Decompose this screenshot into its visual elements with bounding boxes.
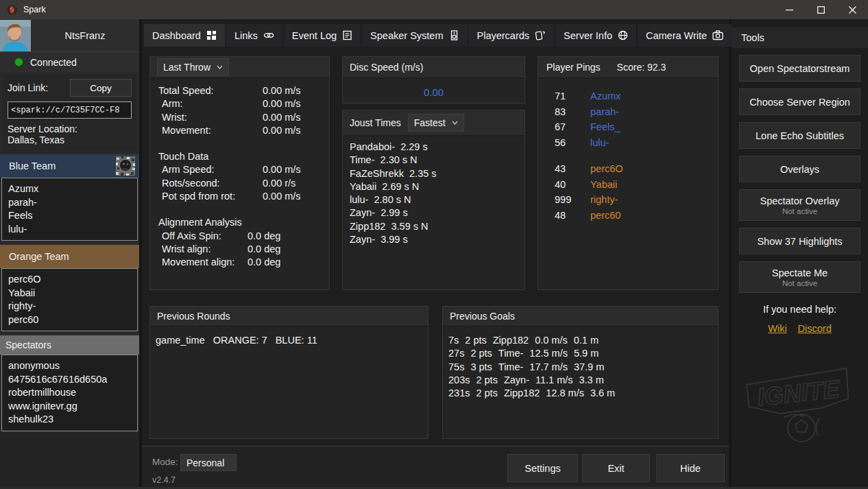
orange-team-list: perc6O Yabaii righty- perc60: [1, 268, 138, 331]
spark-app-icon: [6, 4, 18, 16]
spectator-overlay-button[interactable]: Spectator Overlay Not active: [739, 189, 860, 221]
ping-row: 83parah-: [555, 104, 718, 120]
chevron-down-icon: [217, 65, 223, 69]
spectate-me-status: Not active: [782, 279, 817, 287]
joust-row: FaZeShrekk 2.35 s: [350, 167, 518, 180]
tab-server-info[interactable]: Server Info: [555, 24, 636, 47]
orange-team-title: Orange Team: [9, 251, 69, 262]
previous-rounds-title: Previous Rounds: [157, 311, 230, 322]
score-value: Score: 92.3: [617, 62, 666, 73]
ping-row: 56lulu-: [555, 135, 718, 151]
lone-echo-subtitles-button[interactable]: Lone Echo Subtitles: [739, 122, 860, 149]
spectate-me-button[interactable]: Spectate Me Not active: [739, 261, 860, 293]
dashboard-icon: [206, 30, 217, 40]
overlays-button[interactable]: Overlays: [739, 156, 860, 182]
left-sidebar: NtsFranz Connected Join Link: Copy Serve…: [0, 19, 142, 489]
minimize-icon: [786, 6, 793, 14]
player-name: lulu-: [8, 223, 131, 237]
mode-value: Personal: [186, 457, 224, 468]
maximize-button[interactable]: [805, 0, 836, 19]
stat-row: Rots/second:0.00 r/s: [158, 177, 321, 190]
last-throw-title: Last Throw: [163, 62, 210, 73]
ping-row: 999righty-: [555, 192, 718, 208]
choose-server-region-button[interactable]: Choose Server Region: [739, 88, 860, 115]
server-location-value: Dallas, Texas: [8, 134, 132, 145]
spectators-list: anonymous 6475616c67616d650a robertmillh…: [1, 355, 138, 431]
connected-dot-icon: [14, 58, 23, 67]
spectator-name: 6475616c67616d650a: [8, 373, 131, 387]
ping-row: 71Azumx: [555, 88, 718, 104]
join-link-panel: Join Link: Copy Server Location: Dallas,…: [3, 74, 136, 151]
disc-speed-title: Disc Speed (m/s): [350, 62, 423, 73]
spectator-name: shehulk23: [8, 413, 131, 427]
tab-label: Links: [234, 30, 258, 41]
settings-button[interactable]: Settings: [507, 454, 578, 482]
spectator-overlay-status: Not active: [782, 207, 817, 215]
joust-filter-value: Fastest: [414, 117, 446, 128]
event-log-icon: [342, 30, 352, 40]
user-row: NtsFranz: [0, 19, 139, 52]
mode-select[interactable]: Personal: [180, 454, 237, 471]
discord-link[interactable]: Discord: [798, 323, 832, 334]
goal-row: 203s2 ptsZayn-11.1 m/s3.3 m: [448, 374, 712, 387]
open-spectatorstream-button[interactable]: Open Spectatorstream: [739, 55, 860, 82]
join-link-input[interactable]: [8, 102, 132, 119]
playercards-icon: [535, 30, 546, 40]
tab-links[interactable]: Links: [226, 24, 282, 47]
close-button[interactable]: [836, 0, 868, 19]
minimize-button[interactable]: [773, 0, 805, 19]
main-content: Dashboard Links Event Log: [142, 19, 732, 489]
connected-label: Connected: [30, 57, 77, 68]
chevron-down-icon: [452, 121, 458, 125]
orange-team-header: Orange Team: [0, 245, 139, 268]
joust-row: Yabaii 2.69 s N: [350, 180, 518, 193]
player-pings-panel: Player Pings Score: 92.3 71Azumx 83parah…: [538, 56, 719, 290]
touch-data-heading: Touch Data: [158, 150, 321, 163]
connection-status: Connected: [0, 52, 139, 72]
tab-camera-write[interactable]: Camera Write: [638, 24, 732, 47]
wiki-link[interactable]: Wiki: [768, 323, 786, 334]
show-highlights-button[interactable]: Show 37 Highlights: [739, 228, 860, 254]
titlebar: Spark: [0, 0, 868, 19]
player-name: Yabaii: [8, 287, 131, 300]
blue-team-header: Blue Team: [0, 154, 139, 178]
stat-row: Pot spd from rot:0.00 m/s: [158, 190, 321, 203]
player-pings-title: Player Pings: [546, 62, 601, 73]
tab-label: Dashboard: [152, 30, 201, 41]
previous-goals-title: Previous Goals: [450, 311, 515, 322]
exit-button[interactable]: Exit: [582, 454, 650, 482]
goal-row: 75s3 ptsTime-17.7 m/s37.9 m: [448, 361, 712, 374]
stat-row: Off Axis Spin:0.0 deg: [158, 230, 321, 243]
stat-row: Movement align:0.0 deg: [158, 256, 321, 269]
joust-row: Zayn- 3.99 s: [350, 233, 518, 246]
close-icon: [849, 6, 856, 14]
stat-row: Arm Speed:0.00 m/s: [158, 163, 321, 176]
goal-row: 7s2 ptsZipp1820.0 m/s0.1 m: [448, 334, 712, 347]
ping-row: 67Feels_: [555, 119, 718, 135]
maximize-icon: [817, 6, 825, 14]
player-name: perc60: [8, 313, 131, 327]
joust-filter-select[interactable]: Fastest: [408, 114, 464, 132]
stat-row: Arm:0.00 m/s: [158, 97, 321, 110]
blue-team-list: Azumx parah- Feels lulu-: [1, 178, 138, 241]
round-row: game_timeORANGE: 7BLUE: 11: [156, 334, 422, 347]
joust-row: lulu- 2.80 s N: [350, 193, 518, 206]
tab-event-log[interactable]: Event Log: [284, 24, 361, 47]
last-throw-mode-select[interactable]: Last Throw: [157, 58, 229, 76]
last-throw-panel: Last Throw Total Speed:0.00 m/s Arm:0.00…: [149, 56, 330, 290]
ping-row: 48perc60: [555, 208, 718, 224]
join-link-label: Join Link:: [8, 82, 48, 93]
copy-button[interactable]: Copy: [70, 79, 132, 97]
tab-playercards[interactable]: Playercards: [469, 24, 555, 47]
hide-button[interactable]: Hide: [656, 454, 725, 482]
disc-speed-value: 0.00: [343, 79, 525, 98]
tab-dashboard[interactable]: Dashboard: [144, 24, 225, 47]
tab-label: Server Info: [564, 30, 612, 41]
player-name: Azumx: [8, 182, 131, 196]
camera-icon: [712, 30, 723, 40]
joust-row: Zayn- 2.99 s: [350, 206, 518, 219]
goal-row: 231s2 ptsZipp18212.8 m/s3.6 m: [448, 387, 712, 400]
tab-speaker-system[interactable]: Speaker System: [362, 24, 467, 47]
tools-header: Tools: [732, 27, 868, 48]
stat-row: Movement:0.00 m/s: [158, 124, 321, 137]
